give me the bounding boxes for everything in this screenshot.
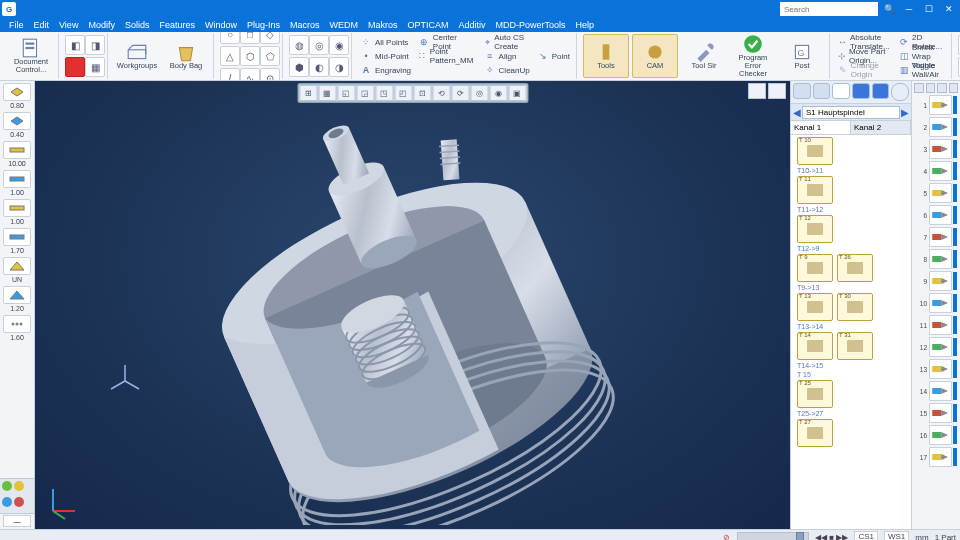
toggle-wall-item[interactable]: ▥Toggle Wall/Air [898,64,947,77]
operation-tile[interactable]: T 12 [797,215,833,243]
operation-tile[interactable]: T 25 [797,380,833,408]
color-swatch[interactable] [14,481,24,491]
tool-slot[interactable]: 6 [915,205,957,225]
minimize-button[interactable]: ─ [900,2,918,16]
spindle-title[interactable]: S1 Hauptspindel [802,106,900,119]
tool-value[interactable]: 1.00 [10,188,24,198]
solid-button[interactable]: ⬢ [289,57,309,77]
tool-shape-button[interactable] [3,257,31,275]
operation-tile[interactable]: T 10 [797,137,833,165]
tool-col-tab[interactable] [926,83,936,93]
tool-value[interactable]: 0.80 [10,101,24,111]
layer-select[interactable]: — [3,515,31,527]
operations-tree[interactable]: T 10T10->11T 11T11->12T 12T12->9T 9T 26T… [791,135,911,529]
shape-button[interactable]: △ [220,46,240,66]
tool-col-tab[interactable] [949,83,959,93]
op-transition[interactable]: T 15 [797,371,811,378]
prev-spindle-button[interactable]: ◀ [792,105,802,119]
document-control-button[interactable]: Document Control... [8,34,54,78]
tool-slot[interactable]: 1 [915,95,957,115]
shape-button[interactable]: ∿ [240,68,260,81]
operation-tile[interactable]: T 27 [797,419,833,447]
cs-indicator[interactable]: CS1 [854,531,878,540]
menu-makros[interactable]: Makros [363,18,403,32]
cam-mode-button[interactable]: CAM [632,34,678,78]
speed-slider[interactable] [737,532,809,540]
shape-button[interactable]: / [220,68,240,81]
tool-slot[interactable]: 7 [915,227,957,247]
kanal-tab[interactable]: Kanal 2 [851,121,911,134]
palette-button[interactable]: ◧ [65,35,85,55]
solid-button[interactable]: ◑ [329,57,349,77]
tool-shape-button[interactable] [3,199,31,217]
tool-slot[interactable]: 4 [915,161,957,181]
play-controls[interactable]: ◀◀ ■ ▶▶ [815,533,848,541]
shape-button[interactable]: ◇ [260,32,280,44]
tool-slot[interactable]: 8 [915,249,957,269]
shape-button[interactable]: □ [240,32,260,44]
operation-tile[interactable]: T 31 [837,332,873,360]
tool-shape-button[interactable] [3,112,31,130]
tool-sir-button[interactable]: Tool Sir [681,34,727,78]
3d-viewport[interactable]: ⊞ ▦ ◱ ◲ ◳ ◰ ⊡ ⟲ ⟳ ◎ ◉ ▣ [35,81,790,529]
change-origin-item[interactable]: ✎Change Origin [836,64,895,77]
next-spindle-button[interactable]: ▶ [900,105,910,119]
solid-button[interactable]: ◍ [289,35,309,55]
shape-button[interactable]: ⬠ [260,46,280,66]
menu-macros[interactable]: Macros [285,18,325,32]
operation-tile[interactable]: T 14 [797,332,833,360]
vp-toggle-btn[interactable] [768,83,786,99]
menu-modify[interactable]: Modify [83,18,120,32]
tool-slot[interactable]: 10 [915,293,957,313]
menu-help[interactable]: Help [571,18,600,32]
solid-button[interactable]: ◐ [309,57,329,77]
tool-slot[interactable]: 9 [915,271,957,291]
op-view-tab[interactable] [793,83,811,99]
align-item[interactable]: ≡Align [482,50,532,63]
menu-edit[interactable]: Edit [29,18,55,32]
op-view-tab[interactable] [813,83,831,99]
tool-value[interactable]: 10.00 [8,159,26,169]
tool-shape-button[interactable] [3,170,31,188]
tool-col-tab[interactable] [914,83,924,93]
workgroups-button[interactable]: Workgroups [114,34,160,78]
color-swatch[interactable] [14,497,24,507]
op-transition[interactable]: T9->13 [797,284,819,291]
operation-tile[interactable]: T 30 [837,293,873,321]
tool-value[interactable]: 1.20 [10,304,24,314]
tool-slot[interactable]: 11 [915,315,957,335]
tool-slot[interactable]: 14 [915,381,957,401]
menu-wedm[interactable]: WEDM [325,18,364,32]
menu-view[interactable]: View [54,18,83,32]
op-transition[interactable]: T14->15 [797,362,823,369]
search-input[interactable] [780,2,878,16]
tool-value[interactable]: 1.00 [10,217,24,227]
op-view-tab[interactable] [872,83,890,99]
mid-point-item[interactable]: •Mid-Point [358,50,413,63]
color-swatch[interactable] [2,481,12,491]
menu-opticam[interactable]: OPTICAM [403,18,454,32]
tool-slot[interactable]: 12 [915,337,957,357]
post-button[interactable]: G Post [779,34,825,78]
solid-button[interactable]: ◎ [309,35,329,55]
kanal-tab[interactable]: Kanal 1 [791,121,851,134]
operation-tile[interactable]: T 13 [797,293,833,321]
palette-button[interactable]: ◨ [85,35,105,55]
tool-slot[interactable]: 2 [915,117,957,137]
menu-mdd[interactable]: MDD-PowerTools [491,18,571,32]
menu-solids[interactable]: Solids [120,18,155,32]
color-swatch[interactable] [2,497,12,507]
tool-slot[interactable]: 15 [915,403,957,423]
tool-value[interactable]: 1.60 [10,333,24,343]
tool-slot[interactable]: 16 [915,425,957,445]
tool-shape-button[interactable] [3,228,31,246]
menu-window[interactable]: Window [200,18,242,32]
auto-cs-item[interactable]: ⌖Auto CS Create [482,36,532,49]
op-view-tab[interactable] [852,83,870,99]
body-bag-button[interactable]: Body Bag [163,34,209,78]
op-transition[interactable]: T13->14 [797,323,823,330]
tool-slot[interactable]: 17 [915,447,957,467]
tools-mode-button[interactable]: Tools [583,34,629,78]
operation-tile[interactable]: T 9 [797,254,833,282]
menu-features[interactable]: Features [154,18,200,32]
